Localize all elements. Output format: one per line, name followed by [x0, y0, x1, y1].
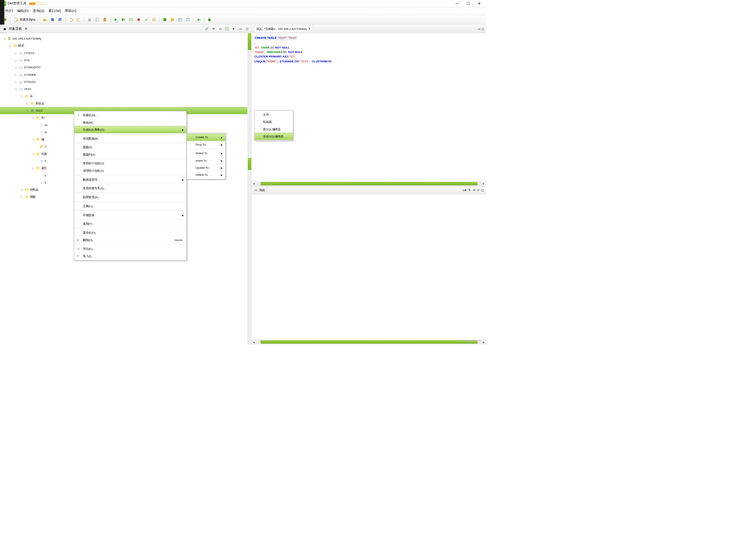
new-query-button[interactable]: 新建查询(N) [12, 16, 37, 23]
tree-schema-ctisys[interactable]: ▷{ }CTISYS [0, 49, 252, 56]
menu-help[interactable]: 帮助(H) [65, 9, 76, 13]
ctx-select-to[interactable]: Select To▶ [187, 150, 225, 157]
minimize-button[interactable]: ─ [452, 0, 463, 7]
tree-schema-test[interactable]: ▽{ }TEST [0, 85, 252, 93]
nav-scrollbar[interactable] [247, 33, 252, 345]
menubar: 文件(F) 编辑(E) 查询(Q) 窗口(W) 帮助(H) [0, 7, 486, 15]
editor-hscroll[interactable]: ◀▶ [252, 181, 486, 186]
ctx-modify[interactable]: 修改(M)... [74, 119, 187, 126]
editor-max-icon[interactable]: ◻ [482, 27, 484, 30]
tree-root[interactable]: ▽🗄192.168.1.6(SYSDBA) [0, 35, 252, 42]
tree-schema-folder[interactable]: ▽📁模式 [0, 42, 252, 49]
tree-schema-sysdba[interactable]: ▷{ }SYSDBA [0, 71, 252, 78]
copy-icon[interactable] [94, 16, 100, 23]
editor-min-icon[interactable]: ▭ [478, 27, 480, 30]
maximize-pane-icon[interactable]: ◻ [244, 26, 250, 31]
ctx-delete-to[interactable]: Delete To▶ [187, 171, 225, 178]
svg-rect-12 [122, 18, 123, 21]
open-folder-icon[interactable] [41, 16, 48, 23]
ctx-clean-stats[interactable]: 清理统计信息(V) [74, 167, 187, 174]
debug-run-icon[interactable] [195, 16, 202, 23]
undo-icon[interactable] [68, 16, 74, 23]
ctx-insert-to[interactable]: Insert To▶ [187, 157, 225, 164]
new-query-label: 新建查询(N) [20, 18, 35, 22]
toolbar: 新建查询(N) [0, 15, 486, 25]
tree-schema-syssso[interactable]: ▷{ }SYSSSO [0, 78, 252, 85]
menu-window[interactable]: 窗口(W) [49, 9, 61, 13]
menu-query[interactable]: 查询(Q) [33, 9, 44, 13]
msg-close-icon[interactable]: ✕ [473, 188, 475, 192]
sql-editor[interactable]: CREATE TABLE "TEST"."TEST" ( "ID" CHAR(1… [252, 33, 486, 181]
tool1-icon[interactable] [162, 16, 168, 23]
menu-dropdown-icon[interactable]: ▾ [231, 26, 236, 31]
ctx-update-stats[interactable]: 更新统计信息(U) [74, 160, 187, 167]
svg-rect-20 [200, 19, 200, 20]
run-step-icon[interactable] [120, 16, 126, 23]
nav-close-icon[interactable]: ✕ [25, 27, 28, 31]
ctx-to-file[interactable]: 文件... [254, 111, 293, 118]
ctx-view-deps[interactable]: 查看依赖关系(S)... [74, 185, 187, 192]
ctx-comment[interactable]: 注释(C)... [74, 203, 187, 210]
nav-pane-header: ▣ 对象导航 ✕ 🔗 ⟳ ▭ ▾ ▭ ◻ [0, 25, 252, 33]
tree-schema-sysaudito[interactable]: ▷{ }SYSAUDITO [0, 64, 252, 71]
explain-icon[interactable] [128, 16, 134, 23]
tool4-icon[interactable] [184, 16, 191, 23]
redo-icon[interactable] [75, 16, 82, 23]
msg-max-icon[interactable]: ◻ [481, 188, 484, 192]
paste-icon[interactable] [101, 16, 108, 23]
close-button[interactable]: ✕ [474, 0, 485, 7]
bug-icon[interactable] [206, 16, 213, 23]
save-all-icon[interactable] [57, 16, 63, 23]
message-pane-body [252, 194, 486, 339]
ctx-perm-mgmt[interactable]: 权限管理(A)... [74, 194, 187, 201]
export-icon: ⇲ [76, 247, 81, 251]
rollback-icon[interactable] [151, 16, 157, 23]
svg-rect-11 [104, 18, 106, 18]
ctx-current-sql-editor[interactable]: 当前SQL编辑器 [254, 133, 293, 140]
editor-tabbar: SQL *无标题1 - 192.168.1.6(SYSDBA) ✕ ▭ ◻ [252, 25, 486, 33]
editor-tab-close-icon[interactable]: ✕ [308, 27, 310, 31]
sql-file-icon: SQL [256, 27, 263, 31]
ctx-to-clipboard[interactable]: 粘贴板 [254, 118, 293, 125]
import-icon: ⇱ [76, 254, 81, 258]
ctx-rename[interactable]: 重命名(O) [74, 229, 187, 236]
expand-all-icon[interactable] [224, 26, 229, 31]
msg-hscroll[interactable]: ◀▶ [252, 339, 486, 345]
tool2-icon[interactable] [169, 16, 176, 23]
minimize-pane-icon[interactable]: ▭ [238, 26, 243, 31]
ctx-rebuild-col[interactable]: 重建列(X) [74, 151, 187, 158]
ctx-delete[interactable]: ✕删除(D)Delete [74, 236, 187, 243]
run-icon[interactable] [112, 16, 119, 23]
ctx-export[interactable]: ⇲导出(E)... [74, 245, 187, 252]
msg-tool1-icon[interactable]: ▭▾ [462, 188, 466, 192]
save-icon[interactable] [49, 16, 56, 23]
ctx-drop-to[interactable]: Drop To▶ [187, 141, 225, 148]
ctx-update-to[interactable]: Update To▶ [187, 164, 225, 171]
ctx-gen-sql[interactable]: 生成SQL脚本(G)▶ [74, 126, 187, 133]
ctx-copy[interactable]: 复制(Y) [74, 220, 187, 227]
cut-icon[interactable] [86, 16, 93, 23]
ctx-browse[interactable]: 浏览数据(B) [74, 135, 187, 142]
refresh-icon[interactable]: ⟳ [211, 26, 216, 31]
editor-tab[interactable]: SQL *无标题1 - 192.168.1.6(SYSDBA) ✕ [254, 25, 313, 32]
commit-icon[interactable] [143, 16, 150, 23]
ctx-new-sql-editor[interactable]: 新SQL编辑器 [254, 125, 293, 133]
ctx-import[interactable]: ⇱导入(I)... [74, 252, 187, 259]
ctx-storage[interactable]: 存储选项▶ [74, 211, 187, 218]
tool3-icon[interactable] [177, 16, 184, 23]
link-icon[interactable]: 🔗 [204, 26, 209, 31]
msg-tool2-icon[interactable]: ✎ [468, 188, 471, 192]
msg-clear-icon[interactable]: ⨯ [477, 188, 479, 192]
menu-edit[interactable]: 编辑(E) [17, 9, 28, 13]
collapse-icon[interactable]: ▭ [218, 26, 223, 31]
tree-schema-sys[interactable]: ▷{ }SYS [0, 57, 252, 64]
ctx-rebuild[interactable]: 重建(Z) [74, 144, 187, 151]
maximize-button[interactable]: ☐ [463, 0, 474, 7]
ctx-trigger-mgmt[interactable]: 触发器管理▶ [74, 176, 187, 183]
tree-system-tables[interactable]: ▷📁系统表 [0, 100, 252, 107]
chevron-right-icon: ▶ [182, 178, 184, 181]
ctx-new-table[interactable]: ＋新建表(N)... [74, 112, 187, 119]
ctx-create-to[interactable]: Create To▶ [187, 134, 225, 141]
stop-icon[interactable] [135, 16, 142, 23]
tree-tables-folder[interactable]: ▽📁表 [0, 93, 252, 100]
